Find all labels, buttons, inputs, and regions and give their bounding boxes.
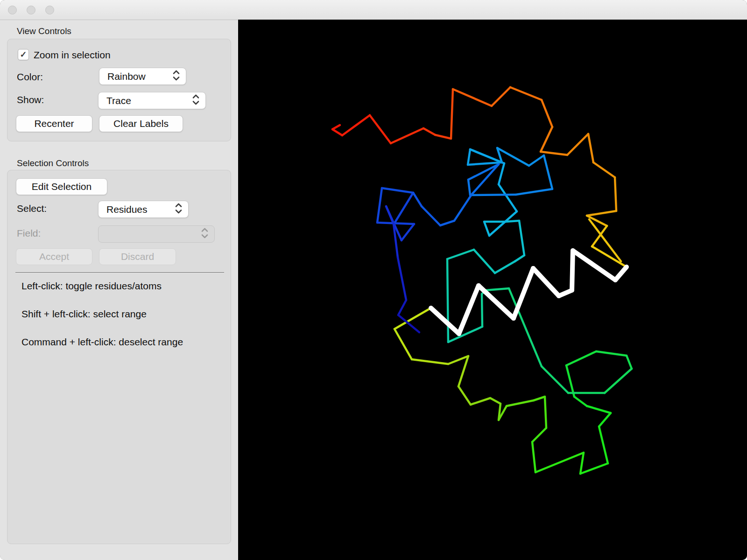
sidebar: View Controls ✓ Zoom in selection Color:… — [0, 20, 238, 560]
select-label: Select: — [17, 203, 47, 214]
zoom-in-selection-checkbox[interactable]: ✓ — [18, 49, 29, 60]
close-button[interactable] — [8, 6, 17, 14]
select-popup[interactable]: Residues — [98, 201, 189, 218]
color-label: Color: — [17, 71, 43, 83]
help-line-command-click: Command + left-click: deselect range — [21, 336, 183, 348]
help-line-shift-click: Shift + left-click: select range — [21, 308, 147, 320]
chevron-up-down-icon — [192, 94, 200, 107]
minimize-button[interactable] — [27, 6, 35, 14]
selection-controls-heading: Selection Controls — [17, 158, 89, 168]
select-popup-value: Residues — [106, 204, 148, 215]
checkmark-icon: ✓ — [20, 49, 27, 60]
show-popup-value: Trace — [106, 95, 131, 106]
molecule-viewport[interactable] — [238, 20, 747, 560]
chevron-up-down-icon — [175, 203, 183, 216]
color-popup[interactable]: Rainbow — [99, 68, 186, 85]
discard-button: Discard — [99, 248, 176, 265]
field-popup — [98, 225, 215, 243]
color-popup-value: Rainbow — [107, 71, 146, 82]
view-controls-heading: View Controls — [17, 26, 71, 36]
recenter-button[interactable]: Recenter — [16, 115, 92, 132]
edit-selection-button[interactable]: Edit Selection — [16, 178, 107, 195]
molecule-trace-svg[interactable] — [238, 20, 747, 560]
show-label: Show: — [17, 94, 44, 105]
clear-labels-button[interactable]: Clear Labels — [99, 115, 183, 132]
zoom-in-selection-label: Zoom in selection — [34, 49, 111, 61]
chevron-up-down-icon — [172, 70, 180, 83]
accept-button: Accept — [16, 248, 92, 265]
zoom-button[interactable] — [45, 6, 54, 14]
titlebar[interactable] — [0, 0, 747, 20]
field-label: Field: — [17, 228, 41, 239]
app-window: View Controls ✓ Zoom in selection Color:… — [0, 0, 747, 560]
divider — [15, 272, 224, 273]
show-popup[interactable]: Trace — [98, 92, 206, 109]
chevron-up-down-icon — [201, 227, 209, 241]
help-line-left-click: Left-click: toggle residues/atoms — [21, 280, 162, 292]
